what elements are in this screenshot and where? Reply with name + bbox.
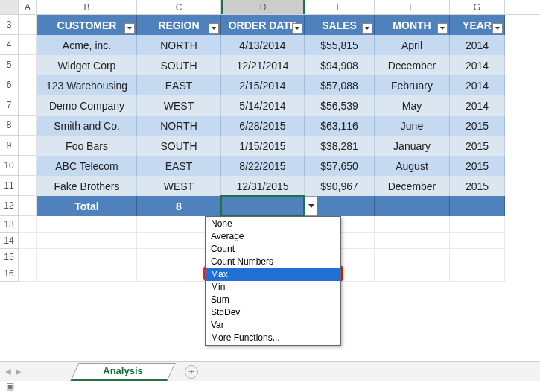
- row-header-4[interactable]: 4: [0, 35, 19, 55]
- cell-order-date[interactable]: 1/15/2015: [221, 136, 305, 156]
- row-header-14[interactable]: 14: [0, 233, 19, 249]
- cell[interactable]: [37, 265, 137, 282]
- row-header-16[interactable]: 16: [0, 265, 19, 282]
- cell-year[interactable]: 2014: [450, 75, 505, 95]
- cell-sales[interactable]: $57,650: [305, 156, 375, 176]
- cell[interactable]: [375, 216, 450, 233]
- cell-region[interactable]: NORTH: [137, 35, 221, 55]
- cell-year[interactable]: 2014: [450, 95, 505, 116]
- cell[interactable]: [19, 156, 37, 176]
- cell-sales[interactable]: $90,967: [305, 176, 375, 196]
- header-region[interactable]: REGION: [137, 15, 221, 35]
- cell-region[interactable]: EAST: [137, 156, 221, 176]
- dropdown-item-stddev[interactable]: StdDev: [206, 306, 340, 319]
- row-header-11[interactable]: 11: [0, 176, 19, 196]
- total-count-cell[interactable]: 8: [137, 196, 221, 216]
- dropdown-item-sum[interactable]: Sum: [206, 294, 340, 306]
- filter-button-region[interactable]: [209, 23, 219, 34]
- filter-button-order-date[interactable]: [292, 23, 302, 34]
- cell-region[interactable]: EAST: [137, 75, 221, 95]
- cell-month[interactable]: June: [375, 116, 450, 136]
- col-header-F[interactable]: F: [375, 0, 450, 14]
- cell-year[interactable]: 2014: [450, 35, 505, 55]
- cell-year[interactable]: 2015: [450, 116, 505, 136]
- cell[interactable]: [19, 35, 37, 55]
- cell[interactable]: [19, 176, 37, 196]
- cell[interactable]: [450, 265, 505, 282]
- cell[interactable]: [450, 216, 505, 233]
- row-header-3[interactable]: 3: [0, 15, 19, 35]
- aggregate-function-dropdown[interactable]: None Average Count Count Numbers Max Min…: [205, 216, 341, 346]
- cell[interactable]: [375, 265, 450, 282]
- cell-sales[interactable]: $38,281: [305, 136, 375, 156]
- col-header-B[interactable]: B: [37, 0, 137, 14]
- col-header-C[interactable]: C: [137, 0, 221, 14]
- dropdown-item-more-functions[interactable]: More Functions...: [206, 332, 340, 344]
- selected-cell-D12[interactable]: [221, 196, 305, 216]
- col-header-A[interactable]: A: [19, 0, 37, 14]
- cell-sales[interactable]: $57,088: [305, 75, 375, 95]
- cell-sales[interactable]: $55,815: [305, 35, 375, 55]
- cell-A3[interactable]: [19, 15, 37, 35]
- col-header-E[interactable]: E: [305, 0, 375, 14]
- cell-order-date[interactable]: 6/28/2015: [221, 116, 305, 136]
- cell[interactable]: [19, 55, 37, 75]
- cell-month[interactable]: January: [375, 136, 450, 156]
- cell-order-date[interactable]: 2/15/2014: [221, 75, 305, 95]
- row-header-13[interactable]: 13: [0, 216, 19, 233]
- row-header-5[interactable]: 5: [0, 55, 19, 75]
- header-customer[interactable]: CUSTOMER: [37, 15, 137, 35]
- cell-year[interactable]: 2014: [450, 55, 505, 75]
- cell[interactable]: [37, 216, 137, 233]
- tab-nav-next-icon[interactable]: ▶: [13, 367, 24, 377]
- row-header-7[interactable]: 7: [0, 95, 19, 116]
- total-dropdown-arrow[interactable]: [305, 196, 317, 216]
- cell[interactable]: [450, 233, 505, 249]
- total-label-cell[interactable]: Total: [37, 196, 137, 216]
- total-year-cell[interactable]: [450, 196, 505, 216]
- cell[interactable]: [19, 233, 37, 249]
- cell[interactable]: [19, 95, 37, 116]
- row-header-12[interactable]: 12: [0, 196, 19, 216]
- cell-region[interactable]: WEST: [137, 176, 221, 196]
- select-all-corner[interactable]: [0, 0, 19, 14]
- row-header-10[interactable]: 10: [0, 156, 19, 176]
- cell-customer[interactable]: Demo Company: [37, 95, 137, 116]
- cell-sales[interactable]: $94,908: [305, 55, 375, 75]
- cell-order-date[interactable]: 12/21/2014: [221, 55, 305, 75]
- cell-month[interactable]: April: [375, 35, 450, 55]
- filter-button-month[interactable]: [437, 23, 448, 34]
- cell-order-date[interactable]: 12/31/2015: [221, 176, 305, 196]
- cell-customer[interactable]: Widget Corp: [37, 55, 137, 75]
- cell[interactable]: [19, 249, 37, 265]
- row-header-6[interactable]: 6: [0, 75, 19, 95]
- col-header-G[interactable]: G: [450, 0, 505, 14]
- filter-button-customer[interactable]: [124, 23, 135, 34]
- row-header-9[interactable]: 9: [0, 136, 19, 156]
- tab-nav-prev-icon[interactable]: ◀: [3, 367, 13, 377]
- cell[interactable]: [375, 249, 450, 265]
- cell[interactable]: [450, 249, 505, 265]
- cell[interactable]: [19, 196, 37, 216]
- col-header-D[interactable]: D: [221, 0, 305, 14]
- dropdown-item-var[interactable]: Var: [206, 319, 340, 332]
- cell[interactable]: [19, 136, 37, 156]
- filter-button-year[interactable]: [492, 23, 503, 34]
- cell-order-date[interactable]: 8/22/2015: [221, 156, 305, 176]
- record-macro-icon[interactable]: ▣: [6, 381, 14, 391]
- cell-region[interactable]: WEST: [137, 95, 221, 116]
- header-month[interactable]: MONTH: [375, 15, 450, 35]
- cell[interactable]: [37, 233, 137, 249]
- cell-order-date[interactable]: 5/14/2014: [221, 95, 305, 116]
- cell-month[interactable]: December: [375, 176, 450, 196]
- cell-month[interactable]: August: [375, 156, 450, 176]
- cell-region[interactable]: SOUTH: [137, 55, 221, 75]
- dropdown-item-max[interactable]: Max: [206, 268, 340, 281]
- sheet-tab-analysis[interactable]: Analysis: [74, 363, 171, 381]
- cell-customer[interactable]: Fake Brothers: [37, 176, 137, 196]
- cell-month[interactable]: May: [375, 95, 450, 116]
- cell-year[interactable]: 2015: [450, 136, 505, 156]
- cell-order-date[interactable]: 4/13/2014: [221, 35, 305, 55]
- cell-month[interactable]: December: [375, 55, 450, 75]
- cell-customer[interactable]: Foo Bars: [37, 136, 137, 156]
